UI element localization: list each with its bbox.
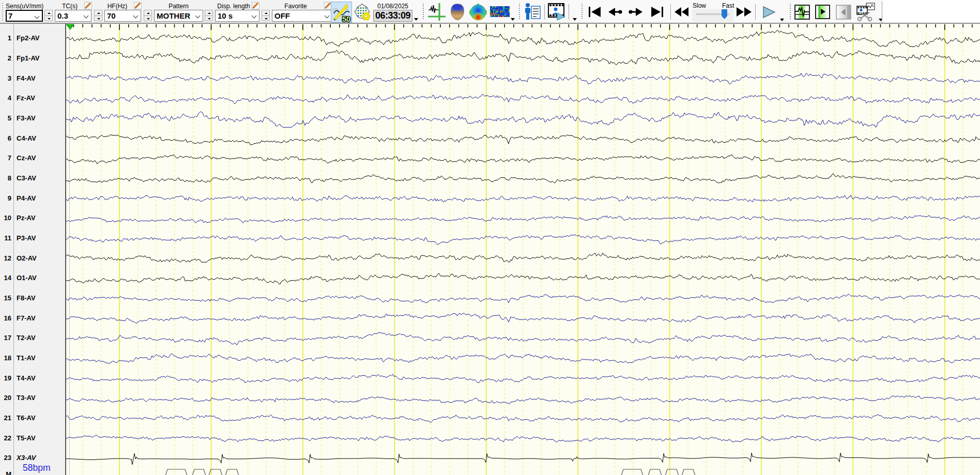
svg-text:50: 50 [342, 15, 350, 22]
